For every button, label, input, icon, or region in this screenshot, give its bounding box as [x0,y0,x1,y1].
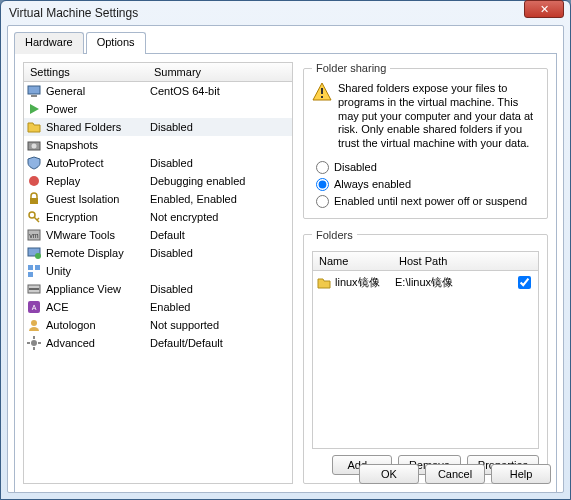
setting-name: Unity [46,265,150,277]
play-icon [26,102,42,116]
setting-row-power[interactable]: Power [24,100,292,118]
help-button[interactable]: Help [491,464,551,484]
setting-summary: Not encrypted [150,211,290,223]
settings-rows: GeneralCentOS 64-bitPowerShared FoldersD… [24,82,292,483]
folder-sharing-legend: Folder sharing [312,62,390,74]
setting-row-autoprotect[interactable]: AutoProtectDisabled [24,154,292,172]
ace-icon: A [26,300,42,314]
user-icon [26,318,42,332]
camera-icon [26,138,42,152]
setting-row-vmware-tools[interactable]: vmVMware ToolsDefault [24,226,292,244]
setting-row-guest-isolation[interactable]: Guest IsolationEnabled, Enabled [24,190,292,208]
setting-name: Remote Display [46,247,150,259]
setting-row-replay[interactable]: ReplayDebugging enabled [24,172,292,190]
svg-text:A: A [32,304,37,311]
svg-rect-24 [321,88,323,94]
folder-enabled-checkbox[interactable] [518,276,531,289]
col-summary: Summary [148,63,292,81]
ok-button[interactable]: OK [359,464,419,484]
svg-rect-15 [29,288,39,290]
setting-summary: Debugging enabled [150,175,290,187]
setting-row-ace[interactable]: AACEEnabled [24,298,292,316]
folder-row[interactable]: linux镜像E:\linux镜像 [313,271,538,294]
svg-point-3 [32,144,37,149]
setting-row-general[interactable]: GeneralCentOS 64-bit [24,82,292,100]
setting-row-unity[interactable]: Unity [24,262,292,280]
setting-name: Power [46,103,150,115]
svg-point-4 [29,176,39,186]
tabstrip: Hardware Options [14,32,557,54]
folders-rows: linux镜像E:\linux镜像 [313,271,538,294]
setting-name: Guest Isolation [46,193,150,205]
setting-row-autologon[interactable]: AutologonNot supported [24,316,292,334]
setting-name: Replay [46,175,150,187]
warning: Shared folders expose your files to prog… [312,82,539,151]
radio-until-input[interactable] [316,195,329,208]
key-icon [26,210,42,224]
radio-until[interactable]: Enabled until next power off or suspend [312,193,539,210]
folder-icon [317,276,331,288]
setting-summary: Disabled [150,121,290,133]
setting-name: Advanced [46,337,150,349]
setting-summary: Not supported [150,319,290,331]
close-button[interactable]: ✕ [524,0,564,18]
dialog-buttons: OK Cancel Help [359,464,551,484]
setting-name: Autologon [46,319,150,331]
setting-summary: Disabled [150,283,290,295]
col-settings: Settings [24,63,148,81]
tab-hardware[interactable]: Hardware [14,32,84,54]
svg-rect-5 [30,198,38,204]
right-pane: Folder sharing Shared folders expose you… [303,62,548,484]
svg-point-18 [31,320,37,326]
svg-rect-12 [35,265,40,270]
cancel-button[interactable]: Cancel [425,464,485,484]
radio-disabled-input[interactable] [316,161,329,174]
appliance-icon [26,282,42,296]
monitor-icon [26,84,42,98]
setting-summary: Disabled [150,247,290,259]
setting-row-encryption[interactable]: EncryptionNot encrypted [24,208,292,226]
lock-icon [26,192,42,206]
folders-legend: Folders [312,229,357,241]
radio-always-input[interactable] [316,178,329,191]
setting-row-remote-display[interactable]: Remote DisplayDisabled [24,244,292,262]
shield-icon [26,156,42,170]
content: Hardware Options Settings Summary Genera… [7,25,564,493]
tab-options[interactable]: Options [86,32,146,54]
setting-summary: Disabled [150,157,290,169]
unity-icon [26,264,42,278]
setting-name: VMware Tools [46,229,150,241]
svg-point-10 [35,253,41,259]
remote-icon [26,246,42,260]
folder-name: linux镜像 [335,275,395,290]
radio-always[interactable]: Always enabled [312,176,539,193]
svg-rect-11 [28,265,33,270]
setting-summary: Enabled, Enabled [150,193,290,205]
options-panel: Settings Summary GeneralCentOS 64-bitPow… [14,53,557,493]
svg-rect-1 [31,95,37,97]
tools-icon: vm [26,228,42,242]
folder-icon [26,120,42,134]
svg-rect-25 [321,96,323,98]
setting-summary: CentOS 64-bit [150,85,290,97]
setting-name: Appliance View [46,283,150,295]
window: Virtual Machine Settings ✕ Hardware Opti… [0,0,571,500]
setting-name: Snapshots [46,139,150,151]
setting-name: General [46,85,150,97]
fcol-host: Host Path [393,252,514,270]
settings-list: Settings Summary GeneralCentOS 64-bitPow… [23,62,293,484]
folders-group: Folders Name Host Path linux镜像E:\linux镜像… [303,229,548,484]
setting-name: AutoProtect [46,157,150,169]
setting-row-appliance-view[interactable]: Appliance ViewDisabled [24,280,292,298]
folders-list: Name Host Path linux镜像E:\linux镜像 [312,251,539,449]
radio-disabled[interactable]: Disabled [312,159,539,176]
record-icon [26,174,42,188]
settings-header: Settings Summary [24,63,292,82]
setting-row-shared-folders[interactable]: Shared FoldersDisabled [24,118,292,136]
svg-rect-13 [28,272,33,277]
svg-rect-0 [28,86,40,94]
setting-row-snapshots[interactable]: Snapshots [24,136,292,154]
setting-row-advanced[interactable]: AdvancedDefault/Default [24,334,292,352]
gear-icon [26,336,42,350]
fcol-name: Name [313,252,393,270]
